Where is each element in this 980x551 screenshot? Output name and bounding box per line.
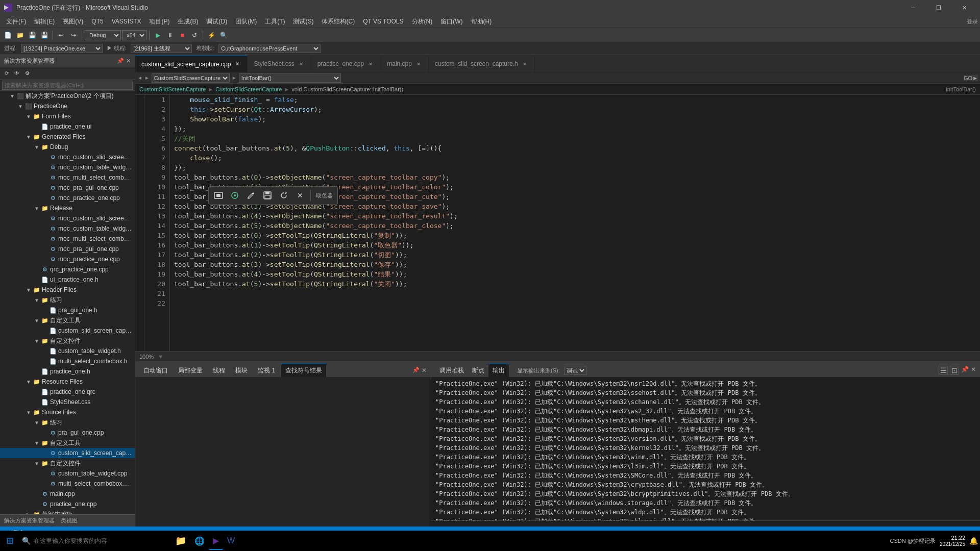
find-btn[interactable]: 🔍 [218, 30, 229, 41]
tab-close-btn[interactable]: ✕ [415, 60, 422, 67]
menu-analyze[interactable]: 分析(N) [408, 15, 437, 28]
tree-header-files[interactable]: ▼ 📁 Header Files [0, 285, 135, 295]
tree-multi-select-cpp[interactable]: ⚙ multi_select_combobox.cpp [0, 479, 135, 489]
tree-stylesheet[interactable]: 📄 StyleSheet.css [0, 397, 135, 407]
menu-view[interactable]: 视图(V) [59, 15, 87, 28]
tree-practice-h-folder[interactable]: ▼ 📁 练习 [0, 295, 135, 305]
taskbar-search-input[interactable] [34, 537, 156, 544]
tab-callstack[interactable]: 调用堆栈 [435, 364, 468, 377]
tree-pra-gui-cpp[interactable]: ⚙ pra_gui_one.cpp [0, 428, 135, 438]
tree-practice-cpp[interactable]: ⚙ practice_one.cpp [0, 499, 135, 509]
tree-external-deps[interactable]: ▶ 📁 外部依赖项 [0, 509, 135, 514]
menu-tools[interactable]: 工具(T) [261, 15, 289, 28]
new-project-btn[interactable]: 📄 [2, 30, 13, 41]
process-dropdown[interactable]: [19204] PracticeOne.exe [21, 44, 103, 53]
ft-refresh-btn[interactable] [277, 188, 291, 203]
zoom-level[interactable]: 100% [139, 354, 154, 360]
taskbar-explorer[interactable]: 📁 [171, 532, 190, 550]
bc-more[interactable]: InitToolBar() [946, 86, 976, 92]
output-pin-btn[interactable]: 📌 [961, 366, 969, 375]
menu-qt-tools[interactable]: QT VS TOOLS [359, 15, 407, 28]
tree-qrc-practice[interactable]: ⚙ qrc_practice_one.cpp [0, 264, 135, 274]
tree-custom-tools-src[interactable]: ▼ 📁 自定义工具 [0, 438, 135, 448]
tab-watch1[interactable]: 监视 1 [254, 364, 279, 377]
menu-file[interactable]: 文件(F) [2, 15, 30, 28]
tab-thread[interactable]: 线程 [209, 364, 229, 377]
tree-practice-qrc[interactable]: 📄 practice_one.qrc [0, 387, 135, 397]
close-button[interactable]: ✕ [952, 0, 976, 15]
ft-close-btn[interactable]: ✕ [293, 188, 307, 203]
tree-moc-practice-release[interactable]: ⚙ moc_practice_one.cpp [0, 254, 135, 264]
source-control-btn[interactable]: ⚡ [206, 30, 217, 41]
bc-item-1[interactable]: CustomSlidScreenCapture [139, 86, 206, 92]
tree-moc-table-release[interactable]: ⚙ moc_custom_table_widget.cpp [0, 223, 135, 234]
tree-moc-slid-release[interactable]: ⚙ moc_custom_slid_screen_capture.cpp [0, 213, 135, 223]
menu-edit[interactable]: 编辑(E) [30, 15, 59, 28]
menu-vassistx[interactable]: VASSISTX [108, 15, 145, 28]
tab-main-cpp[interactable]: main.cpp ✕ [381, 56, 429, 72]
bc-item-3[interactable]: void CustomSlidScreenCapture::InitToolBa… [291, 86, 403, 92]
tab-close-btn[interactable]: ✕ [521, 60, 528, 67]
restart-btn[interactable]: ↺ [189, 30, 200, 41]
tree-main-cpp[interactable]: ⚙ main.cpp [0, 489, 135, 499]
tree-ui-practice[interactable]: 📄 ui_practice_one.h [0, 274, 135, 285]
start-btn[interactable]: ▶ [152, 30, 163, 41]
tree-debug-folder[interactable]: ▼ 📁 Debug [0, 142, 135, 152]
tree-custom-tools-h[interactable]: ▼ 📁 自定义工具 [0, 315, 135, 325]
nav-go-btn[interactable]: GO► [964, 75, 978, 81]
taskbar-search[interactable]: 🔍 [18, 532, 171, 550]
taskbar-start[interactable]: ⊞ [2, 532, 18, 550]
se-sync-btn[interactable]: ⟳ [2, 69, 11, 78]
tab-output[interactable]: 输出 [488, 364, 509, 377]
tab-stylesheet[interactable]: StyleSheet.css ✕ [248, 56, 311, 72]
tab-auto-window[interactable]: 自动窗口 [139, 364, 172, 377]
tree-moc-table-debug[interactable]: ⚙ moc_custom_table_widget.cpp [0, 162, 135, 172]
tree-custom-ctrl-src[interactable]: ▼ 📁 自定义控件 [0, 458, 135, 468]
tab-custom-slid-cpp[interactable]: custom_slid_screen_capture.cpp ✕ [135, 56, 248, 72]
menu-window[interactable]: 窗口(W) [436, 15, 467, 28]
tree-moc-multi-debug[interactable]: ⚙ moc_multi_select_combobox.cpp [0, 172, 135, 183]
se-pin-btn[interactable]: 📌 [117, 58, 124, 64]
output-clear-btn[interactable]: ☰ [939, 366, 948, 375]
tree-project[interactable]: ▼ ⬛ PracticeOne [0, 101, 135, 111]
output-word-wrap-btn[interactable]: ⊡ [950, 366, 959, 375]
output-scrollbar[interactable] [431, 520, 980, 527]
nav-class-dropdown[interactable]: CustomSlidScreenCapture [152, 73, 230, 83]
menu-project[interactable]: 项目(P) [145, 15, 174, 28]
find-panel-close[interactable]: ✕ [422, 367, 427, 374]
tab-module[interactable]: 模块 [231, 364, 252, 377]
code-content[interactable]: mouse_slid_finish_ = false; this->setCur… [170, 95, 980, 351]
save-all-btn[interactable]: 💾 [39, 30, 50, 41]
ft-screenshot-btn[interactable] [211, 188, 226, 203]
minimize-button[interactable]: ─ [901, 0, 925, 15]
open-btn[interactable]: 📁 [14, 30, 26, 41]
se-show-all-btn[interactable]: 👁 [12, 69, 21, 78]
bc-item-2[interactable]: CustomSlidScreenCapture [215, 86, 282, 92]
nav-arrow-left[interactable]: ◄ [137, 75, 142, 81]
taskbar-notification[interactable]: 🔔 [969, 537, 978, 545]
nav-arrow-right[interactable]: ► [144, 75, 150, 81]
output-content[interactable]: "PracticeOne.exe" (Win32): 已加载"C:\Window… [431, 377, 980, 520]
find-panel-pin[interactable]: 📌 [412, 367, 420, 374]
tree-moc-slid-debug[interactable]: ⚙ moc_custom_slid_screen_capture.cpp [0, 152, 135, 162]
tab-close-btn[interactable]: ✕ [367, 60, 374, 67]
tree-source-files[interactable]: ▼ 📁 Source Files [0, 407, 135, 417]
menu-help[interactable]: 帮助(H) [467, 15, 496, 28]
taskbar-word[interactable]: W [223, 532, 239, 550]
undo-btn[interactable]: ↩ [56, 30, 67, 41]
tab-locals[interactable]: 局部变量 [174, 364, 207, 377]
se-filter-btn[interactable]: ⚙ [22, 69, 32, 78]
menu-arch[interactable]: 体系结构(C) [317, 15, 359, 28]
ft-color-picker-btn[interactable] [228, 188, 242, 203]
se-search-input[interactable] [2, 81, 133, 90]
tree-practice-ui[interactable]: 📄 practice_one.ui [0, 121, 135, 132]
ft-save-btn[interactable] [260, 188, 275, 203]
output-source-dropdown[interactable]: 调试 [564, 366, 586, 375]
tree-custom-table-h[interactable]: 📄 custom_table_widget.h [0, 346, 135, 356]
menu-build[interactable]: 生成(B) [174, 15, 202, 28]
save-btn[interactable]: 💾 [27, 30, 38, 41]
menu-team[interactable]: 团队(M) [231, 15, 261, 28]
stack-dropdown[interactable]: CutGraphonmousePressEvent [218, 44, 321, 53]
config-dropdown[interactable]: Debug Release [85, 30, 121, 40]
ft-pen-btn[interactable] [244, 188, 258, 203]
